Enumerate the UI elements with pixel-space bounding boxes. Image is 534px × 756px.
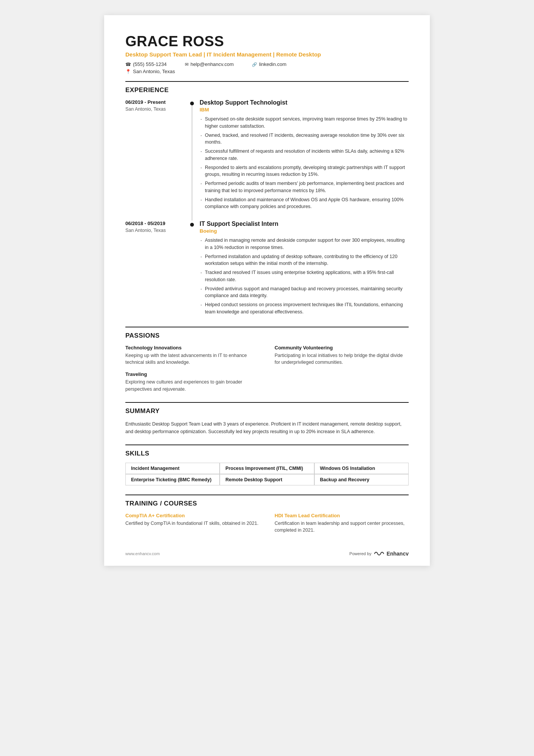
training-divider (125, 495, 409, 495)
resume-page: GRACE ROSS Desktop Support Team Lead | I… (104, 15, 430, 566)
job-1-date: 06/2019 - Present (125, 99, 190, 105)
training-2: HDI Team Lead Certification Certificatio… (275, 513, 409, 534)
footer-brand: Powered by Enhancv (350, 551, 409, 557)
training-section: TRAINING / COURSES CompTIA A+ Certificat… (125, 500, 409, 534)
job-1-bullets: Supervised on-site deskside support serv… (200, 116, 409, 210)
email-address: help@enhancv.com (190, 61, 234, 67)
skills-grid: Incident Management Process Improvement … (125, 463, 409, 485)
job-2-company: Boeing (200, 228, 409, 234)
experience-heading: EXPERIENCE (125, 86, 409, 94)
enhancv-logo-icon (374, 551, 384, 557)
website-url: linkedin.com (259, 61, 286, 67)
training-grid: CompTIA A+ Certification Certified by Co… (125, 513, 409, 534)
link-icon (252, 61, 257, 67)
training-1: CompTIA A+ Certification Certified by Co… (125, 513, 259, 534)
summary-text: Enthusiastic Desktop Support Team Lead w… (125, 420, 409, 435)
bullet: Provided antivirus support and managed b… (200, 285, 409, 300)
bullet: Helped conduct sessions on process impro… (200, 301, 409, 316)
passion-2-title: Community Volunteering (275, 345, 409, 351)
skill-1: Incident Management (125, 463, 220, 474)
passion-1: Technology Innovations Keeping up with t… (125, 345, 259, 366)
job-2-bullets: Assisted in managing remote and deskside… (200, 237, 409, 316)
powered-by-text: Powered by (350, 551, 372, 556)
skill-4: Enterprise Ticketing (BMC Remedy) (125, 474, 220, 485)
passions-heading: PASSIONS (125, 332, 409, 340)
job-2-dot-col (190, 221, 194, 318)
phone-icon (125, 61, 131, 67)
footer-website: www.enhancv.com (125, 551, 160, 556)
job-1-company: IBM (200, 107, 409, 113)
job-2-content: IT Support Specialist Intern Boeing Assi… (194, 221, 409, 318)
training-1-desc: Certified by CompTIA in foundational IT … (125, 520, 259, 527)
bullet: Handled installation and maintenance of … (200, 196, 409, 211)
job-1-dot-col (190, 99, 194, 212)
phone-item: (555) 555-1234 (125, 61, 167, 67)
header: GRACE ROSS Desktop Support Team Lead | I… (125, 33, 409, 74)
skills-heading: SKILLS (125, 450, 409, 457)
job-1-dot (190, 102, 194, 105)
passions-section: PASSIONS Technology Innovations Keeping … (125, 332, 409, 393)
passion-3: Traveling Exploring new cultures and exp… (125, 371, 259, 393)
skill-3: Windows OS Installation (314, 463, 409, 474)
passion-1-desc: Keeping up with the latest advancements … (125, 352, 259, 366)
phone-number: (555) 555-1234 (133, 61, 167, 67)
skills-divider (125, 445, 409, 445)
bullet: Successful fulfillment of requests and r… (200, 148, 409, 162)
job-2-meta: 06/2018 - 05/2019 San Antonio, Texas (125, 221, 190, 318)
brand-name: Enhancv (387, 551, 409, 557)
location-row: San Antonio, Texas (125, 69, 409, 74)
summary-section: SUMMARY Enthusiastic Desktop Support Tea… (125, 407, 409, 435)
contact-row: (555) 555-1234 help@enhancv.com linkedin… (125, 61, 409, 67)
candidate-name: GRACE ROSS (125, 33, 409, 50)
bullet: Performed installation and updating of d… (200, 253, 409, 268)
training-heading: TRAINING / COURSES (125, 500, 409, 507)
job-1-title: Desktop Support Technologist (200, 99, 409, 106)
job-2: 06/2018 - 05/2019 San Antonio, Texas IT … (125, 221, 409, 318)
job-1: 06/2019 - Present San Antonio, Texas Des… (125, 99, 409, 212)
passion-3-desc: Exploring new cultures and experiences t… (125, 379, 259, 393)
training-2-desc: Certification in team leadership and sup… (275, 520, 409, 534)
bullet: Performed periodic audits of team member… (200, 180, 409, 194)
email-item: help@enhancv.com (185, 61, 234, 67)
job-2-location: San Antonio, Texas (125, 228, 190, 233)
job-1-location: San Antonio, Texas (125, 106, 190, 112)
email-icon (185, 61, 189, 67)
skill-5: Remote Desktop Support (220, 474, 314, 485)
location-icon (125, 69, 131, 74)
footer: www.enhancv.com Powered by Enhancv (125, 551, 409, 557)
passions-grid: Technology Innovations Keeping up with t… (125, 345, 409, 393)
passion-3-title: Traveling (125, 371, 259, 377)
candidate-title: Desktop Support Team Lead | IT Incident … (125, 51, 409, 58)
summary-heading: SUMMARY (125, 407, 409, 415)
job-2-dot (190, 223, 194, 227)
training-1-title: CompTIA A+ Certification (125, 513, 259, 518)
experience-divider (125, 81, 409, 82)
bullet: Assisted in managing remote and deskside… (200, 237, 409, 251)
training-2-title: HDI Team Lead Certification (275, 513, 409, 518)
job-2-title: IT Support Specialist Intern (200, 221, 409, 227)
skills-section: SKILLS Incident Management Process Impro… (125, 450, 409, 485)
job-1-content: Desktop Support Technologist IBM Supervi… (194, 99, 409, 212)
job-2-date: 06/2018 - 05/2019 (125, 221, 190, 226)
passion-2: Community Volunteering Participating in … (275, 345, 409, 366)
passion-2-desc: Participating in local initiatives to he… (275, 352, 409, 366)
location-text: San Antonio, Texas (133, 69, 175, 74)
website-item: linkedin.com (252, 61, 286, 67)
passions-divider (125, 327, 409, 327)
bullet: Responded to alerts and escalations prom… (200, 164, 409, 178)
skill-2: Process Improvement (ITIL, CMMI) (220, 463, 314, 474)
bullet: Tracked and resolved IT issues using ent… (200, 269, 409, 283)
job-1-meta: 06/2019 - Present San Antonio, Texas (125, 99, 190, 212)
summary-divider (125, 402, 409, 403)
bullet: Owned, tracked, and resolved IT incident… (200, 132, 409, 146)
bullet: Supervised on-site deskside support serv… (200, 116, 409, 130)
passion-1-title: Technology Innovations (125, 345, 259, 351)
experience-section: EXPERIENCE 06/2019 - Present San Antonio… (125, 86, 409, 318)
skill-6: Backup and Recovery (314, 474, 409, 485)
